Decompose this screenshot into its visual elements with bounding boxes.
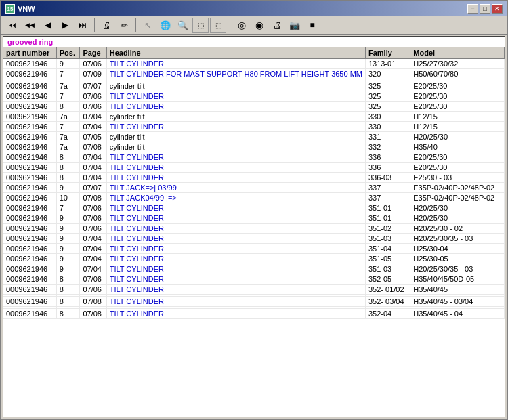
headline-link[interactable]: TILT CYLINDER	[110, 297, 164, 306]
headline-link[interactable]: TILT CYLINDER FOR MAST SUPPORT H80 FROM …	[110, 70, 362, 78]
cell-headline[interactable]: TILT CYLINDER	[106, 234, 365, 244]
prev-button[interactable]: ◀	[39, 18, 56, 33]
cell-family: 337	[365, 193, 410, 203]
cell-part_number: 0009621946	[3, 59, 56, 69]
cell-pos: 8	[56, 285, 80, 295]
cell-headline[interactable]: TILT CYLINDER	[106, 244, 365, 254]
table-container[interactable]: part number Pos. Page Headline Family Mo…	[3, 47, 505, 417]
cell-part_number: 0009621946	[3, 173, 56, 183]
cell-page: 07/06	[80, 213, 106, 224]
camera-button[interactable]: 📷	[287, 18, 303, 33]
cell-page: 07/06	[80, 102, 106, 112]
cell-headline[interactable]: TILT CYLINDER	[106, 152, 365, 163]
cell-part_number: 0009621946	[3, 213, 56, 224]
cell-part_number: 0009621946	[3, 274, 56, 285]
cell-family: 351-03	[365, 234, 410, 244]
cell-part_number: 0009621946	[3, 224, 56, 234]
filter1-button[interactable]: ⬚	[192, 18, 209, 33]
cell-pos: 7a	[56, 112, 80, 122]
target2-button[interactable]: ◉	[251, 18, 268, 33]
headline-link[interactable]: TILT CYLINDER	[110, 102, 164, 110]
first-button[interactable]: ⏮	[4, 18, 20, 33]
close-button[interactable]: ✕	[492, 4, 503, 14]
cell-pos: 9	[56, 183, 80, 193]
search-button[interactable]: 🔍	[175, 18, 191, 33]
cell-model: H35/40/45/50D-05	[410, 274, 505, 285]
headline-link[interactable]: TILT CYLINDER	[110, 285, 164, 293]
headline-link[interactable]: TILT CYLINDER	[110, 265, 164, 273]
headline-link[interactable]: TILT CYLINDER	[110, 60, 164, 68]
headline-link[interactable]: TILT CYLINDER	[110, 123, 164, 131]
headline-link[interactable]: TILT CYLINDER	[110, 224, 164, 232]
headline-link[interactable]: TILT CYLINDER	[110, 163, 164, 171]
maximize-button[interactable]: □	[480, 4, 490, 14]
cell-part_number: 0009621946	[3, 122, 56, 132]
headline-link[interactable]: TILT CYLINDER	[110, 153, 164, 161]
print-button-2[interactable]: 🖨	[269, 18, 285, 33]
headline-link[interactable]: TILT CYLINDER	[110, 204, 164, 212]
globe-button[interactable]: 🌐	[157, 18, 173, 33]
cell-headline[interactable]: TILT CYLINDER	[106, 213, 365, 224]
cell-family: 351-03	[365, 264, 410, 274]
cell-headline[interactable]: TILT JACK04/99 |=>	[106, 193, 365, 203]
headline-link[interactable]: TILT CYLINDER	[110, 310, 164, 318]
next-button[interactable]: ▶	[57, 18, 73, 33]
cell-part_number: 0009621946	[3, 264, 56, 274]
cell-headline[interactable]: TILT CYLINDER	[106, 224, 365, 234]
cell-model: E20/25/30	[410, 163, 505, 173]
cell-headline[interactable]: TILT CYLINDER	[106, 91, 365, 102]
cell-headline[interactable]: TILT CYLINDER	[106, 274, 365, 285]
headline-link[interactable]: TILT CYLINDER	[110, 173, 164, 182]
cell-headline[interactable]: TILT CYLINDER	[106, 203, 365, 213]
table-row: 00096219467a07/07cylinder tilt325E20/25/…	[3, 81, 505, 91]
cell-headline[interactable]: TILT JACK=>| 03/99	[106, 183, 365, 193]
stop-button[interactable]: ■	[304, 18, 320, 33]
headline-link[interactable]: TILT CYLINDER	[110, 214, 164, 222]
target1-button[interactable]: ◎	[234, 18, 250, 33]
cell-pos: 7	[56, 91, 80, 102]
headline-link[interactable]: TILT CYLINDER	[110, 92, 164, 100]
cell-model: H12/15	[410, 112, 505, 122]
cell-headline[interactable]: TILT CYLINDER	[106, 254, 365, 264]
headline-link[interactable]: TILT CYLINDER	[110, 245, 164, 253]
cell-headline[interactable]: TILT CYLINDER	[106, 163, 365, 173]
cell-model: H20/25/30/35 - 03	[410, 234, 505, 244]
cursor-button[interactable]: ↖	[140, 18, 156, 33]
cell-headline[interactable]: TILT CYLINDER	[106, 102, 365, 112]
cell-headline[interactable]: TILT CYLINDER FOR MAST SUPPORT H80 FROM …	[106, 69, 365, 79]
cell-family: 325	[365, 91, 410, 102]
minimize-button[interactable]: −	[467, 4, 478, 14]
cell-pos: 9	[56, 234, 80, 244]
cell-headline[interactable]: TILT CYLINDER	[106, 309, 365, 319]
headline-link[interactable]: TILT JACK=>| 03/99	[110, 184, 177, 192]
cell-headline[interactable]: TILT CYLINDER	[106, 59, 365, 69]
cell-headline[interactable]: TILT CYLINDER	[106, 297, 365, 307]
table-row: 0009621946707/06TILT CYLINDER325E20/25/3…	[3, 91, 505, 102]
headline-link[interactable]: TILT CYLINDER	[110, 275, 164, 283]
cell-part_number: 0009621946	[3, 81, 56, 91]
cell-pos: 7a	[56, 132, 80, 142]
cell-page: 07/08	[80, 309, 106, 319]
table-row: 0009621946807/04TILT CYLINDER336E20/25/3…	[3, 152, 505, 163]
cell-headline[interactable]: TILT CYLINDER	[106, 285, 365, 295]
edit-button[interactable]: ✏	[116, 18, 132, 33]
cell-headline[interactable]: TILT CYLINDER	[106, 122, 365, 132]
col-headline: Headline	[106, 47, 365, 59]
last-button[interactable]: ⏭	[75, 18, 91, 33]
print-button-1[interactable]: 🖨	[98, 18, 114, 33]
cell-page: 07/04	[80, 234, 106, 244]
cell-model: E20/25/30	[410, 91, 505, 102]
filter2-button[interactable]: ⬚	[210, 18, 226, 33]
headline-link[interactable]: TILT JACK04/99 |=>	[110, 194, 177, 202]
cell-headline[interactable]: TILT CYLINDER	[106, 173, 365, 183]
cell-headline[interactable]: TILT CYLINDER	[106, 264, 365, 274]
cell-pos: 9	[56, 59, 80, 69]
cell-family: 337	[365, 183, 410, 193]
cell-model: H20/25/30	[410, 132, 505, 142]
headline-link[interactable]: TILT CYLINDER	[110, 255, 164, 263]
headline-link[interactable]: TILT CYLINDER	[110, 234, 164, 243]
prev-prev-button[interactable]: ◀◀	[22, 18, 38, 33]
table-row: 0009621946907/07TILT JACK=>| 03/99337E35…	[3, 183, 505, 193]
cell-family: 336	[365, 163, 410, 173]
cell-page: 07/04	[80, 173, 106, 183]
